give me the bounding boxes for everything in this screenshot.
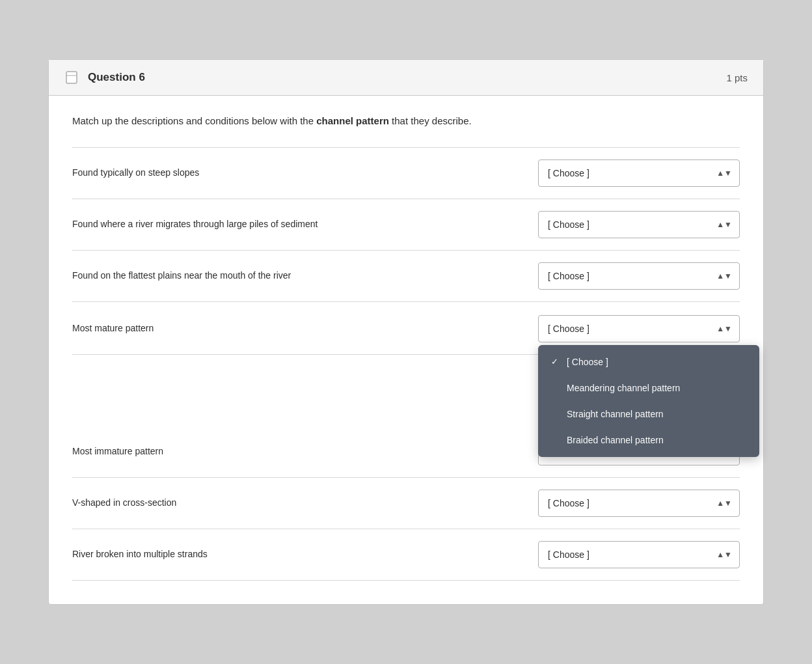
row-label-6: V-shaped in cross-section (72, 496, 538, 510)
row-label-2: Found where a river migrates through lar… (72, 217, 538, 231)
dropdown-option-braided[interactable]: Braided channel pattern (538, 427, 759, 453)
bookmark-icon (64, 70, 79, 85)
question-header: Question 6 1 pts (49, 60, 763, 96)
row-label-3: Found on the flattest plains near the mo… (72, 269, 538, 283)
question-title: Question 6 (88, 71, 145, 84)
row-label-4: Most mature pattern (72, 315, 538, 335)
channel-select-6[interactable]: [ Choose ] Meandering channel pattern St… (538, 490, 740, 517)
table-row: River broken into multiple strands [ Cho… (72, 529, 740, 581)
dropdown-menu: ✓ [ Choose ] Meandering channel pattern … (538, 345, 759, 457)
dropdown-option-straight[interactable]: Straight channel pattern (538, 401, 759, 427)
bold-text: channel pattern (316, 115, 389, 126)
table-row: Found on the flattest plains near the mo… (72, 251, 740, 302)
question-body: Match up the descriptions and conditions… (49, 96, 763, 604)
channel-select-7[interactable]: [ Choose ] Meandering channel pattern St… (538, 541, 740, 568)
header-left: Question 6 (64, 70, 145, 85)
svg-rect-0 (66, 72, 77, 83)
row-label-5: Most immature pattern (72, 445, 538, 458)
row-label-1: Found typically on steep slopes (72, 166, 538, 180)
select-wrapper-3: [ Choose ] Meandering channel pattern St… (538, 262, 740, 290)
row-label-7: River broken into multiple strands (72, 547, 538, 561)
channel-select-4[interactable]: [ Choose ] Meandering channel pattern St… (538, 315, 740, 342)
table-row: V-shaped in cross-section [ Choose ] Mea… (72, 478, 740, 529)
table-row: Found where a river migrates through lar… (72, 199, 740, 251)
question-card: Question 6 1 pts Match up the descriptio… (48, 59, 764, 605)
dropdown-option-meandering[interactable]: Meandering channel pattern (538, 375, 759, 401)
table-row: Found typically on steep slopes [ Choose… (72, 148, 740, 199)
checkmark-icon: ✓ (551, 357, 562, 367)
dropdown-option-choose[interactable]: ✓ [ Choose ] (538, 349, 759, 375)
select-wrapper-1: [ Choose ] Meandering channel pattern St… (538, 159, 740, 187)
table-row: Most mature pattern [ Choose ] Meanderin… (72, 302, 740, 355)
question-pts: 1 pts (726, 72, 748, 83)
channel-select-2[interactable]: [ Choose ] Meandering channel pattern St… (538, 211, 740, 238)
matching-rows: Found typically on steep slopes [ Choose… (72, 147, 740, 581)
select-wrapper-4: [ Choose ] Meandering channel pattern St… (538, 315, 740, 342)
question-description: Match up the descriptions and conditions… (72, 114, 740, 129)
select-wrapper-7: [ Choose ] Meandering channel pattern St… (538, 541, 740, 568)
channel-select-1[interactable]: [ Choose ] Meandering channel pattern St… (538, 159, 740, 187)
channel-select-3[interactable]: [ Choose ] Meandering channel pattern St… (538, 262, 740, 290)
select-wrapper-6: [ Choose ] Meandering channel pattern St… (538, 490, 740, 517)
select-wrapper-2: [ Choose ] Meandering channel pattern St… (538, 211, 740, 238)
